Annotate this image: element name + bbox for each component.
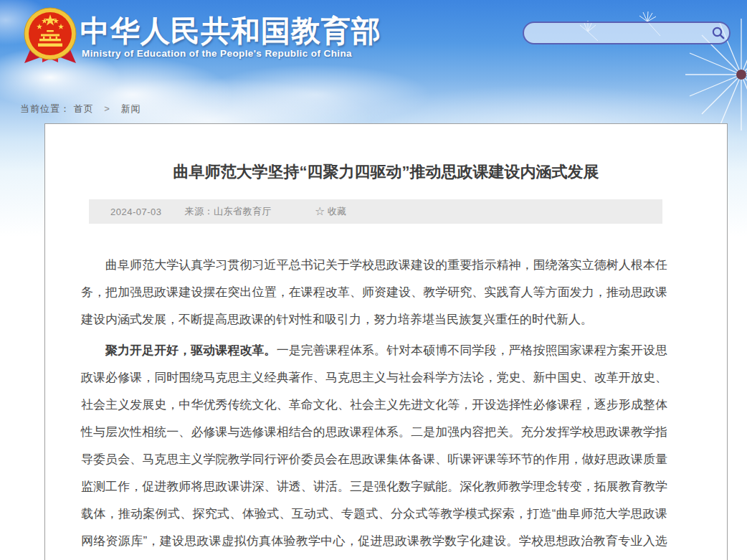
article-title: 曲阜师范大学坚持“四聚力四驱动”推动思政课建设内涵式发展: [74, 163, 698, 181]
favorite-label: 收藏: [328, 205, 347, 218]
search-bar[interactable]: [523, 22, 731, 44]
national-emblem-icon: [22, 6, 79, 70]
breadcrumb-separator: >: [104, 103, 110, 114]
search-button[interactable]: [708, 24, 729, 42]
site-subtitle: Ministry of Education of the People's Re…: [82, 48, 352, 59]
paragraph-text: 曲阜师范大学认真学习贯彻习近平总书记关于学校思政课建设的重要指示精神，围绕落实立…: [81, 258, 667, 326]
breadcrumb-link-home[interactable]: 首页: [74, 103, 94, 114]
paragraph-lead: 聚力开足开好，驱动课程改革。: [105, 343, 277, 357]
article-date: 2024-07-03: [110, 207, 162, 217]
article-paragraph: 曲阜师范大学认真学习贯彻习近平总书记关于学校思政课建设的重要指示精神，围绕落实立…: [81, 252, 667, 333]
breadcrumb: 当前位置： 首页 > 新闻: [20, 103, 141, 115]
site-title: 中华人民共和国教育部: [80, 11, 381, 51]
breadcrumb-link-news[interactable]: 新闻: [120, 103, 141, 114]
article-body: 曲阜师范大学认真学习贯彻习近平总书记关于学校思政课建设的重要指示精神，围绕落实立…: [81, 252, 667, 560]
search-icon: [711, 26, 725, 40]
article-source: 来源：山东省教育厅: [185, 205, 272, 218]
article-meta-bar: 2024-07-03 来源：山东省教育厅 ☆ 收藏: [89, 199, 662, 224]
star-icon: ☆: [315, 206, 325, 217]
favorite-button[interactable]: ☆ 收藏: [315, 205, 347, 218]
search-input[interactable]: [533, 24, 708, 42]
article-container: 曲阜师范大学坚持“四聚力四驱动”推动思政课建设内涵式发展 2024-07-03 …: [44, 123, 728, 560]
breadcrumb-prefix: 当前位置：: [20, 103, 70, 114]
paragraph-text: 一是完善课程体系。针对本硕博不同学段，严格按照国家课程方案开设思政课必修课，同时…: [81, 343, 667, 560]
article-paragraph: 聚力开足开好，驱动课程改革。一是完善课程体系。针对本硕博不同学段，严格按照国家课…: [81, 337, 667, 560]
